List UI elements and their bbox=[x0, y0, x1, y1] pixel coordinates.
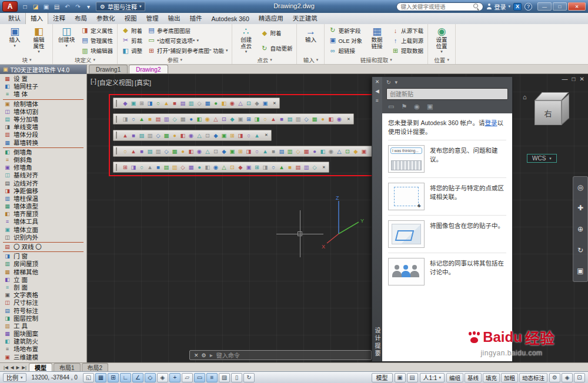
cad-tool-button[interactable]: ◆ bbox=[121, 99, 129, 107]
cad-tool-button[interactable]: ◉ bbox=[327, 147, 335, 156]
cad-tool-button[interactable]: ◉ bbox=[335, 115, 343, 123]
cad-tool-button[interactable]: ◧ bbox=[327, 115, 335, 123]
ribbon-panel-label[interactable]: 块▾ bbox=[3, 56, 51, 64]
palette-properties-icon[interactable]: ≡ bbox=[376, 98, 379, 103]
ribbon-tab[interactable]: 管理 bbox=[142, 12, 163, 24]
cad-tool-button[interactable]: ▲ bbox=[261, 147, 269, 156]
ribbon-button[interactable]: ◧编辑 属性▾ bbox=[28, 25, 49, 56]
ribbon-panel-label[interactable]: 块定义▾ bbox=[55, 56, 115, 64]
document-tab[interactable]: Drawing1 bbox=[89, 65, 128, 73]
object-snap-toggle[interactable]: ◇ bbox=[145, 373, 156, 382]
pin-location-icon[interactable]: ⚑ bbox=[401, 103, 407, 110]
layout-tab[interactable]: 模型 bbox=[29, 363, 52, 371]
search-input[interactable] bbox=[400, 4, 471, 10]
cad-tool-button[interactable]: ● bbox=[179, 147, 187, 156]
cad-tool-button[interactable]: ⊞ bbox=[121, 163, 129, 172]
ribbon-button[interactable]: →输入 bbox=[300, 25, 321, 56]
layout-nav-icon[interactable]: |◀ bbox=[2, 365, 9, 371]
cad-tool-button[interactable]: ▥ bbox=[302, 163, 310, 172]
maximize-button[interactable]: □ bbox=[553, 2, 567, 11]
cad-tool-button[interactable]: ◨ bbox=[245, 147, 253, 156]
toolbar-grip[interactable] bbox=[116, 164, 119, 171]
cad-tool-button[interactable]: ▦ bbox=[179, 115, 187, 123]
cad-tool-button[interactable]: ⊡ bbox=[212, 147, 220, 156]
cad-tool-button[interactable]: ▦ bbox=[187, 163, 195, 172]
cad-tool-button[interactable]: ▣ bbox=[228, 147, 236, 156]
t20-toggle[interactable]: 编组 bbox=[446, 373, 463, 382]
sidebar-item[interactable]: ◨净距偏移 bbox=[0, 187, 86, 195]
lineweight-toggle[interactable]: ≡ bbox=[206, 373, 218, 382]
cad-tool-button[interactable]: ◆ bbox=[352, 147, 360, 156]
doc-close-icon[interactable]: ✕ bbox=[580, 76, 584, 82]
sidebar-item[interactable]: ▣修墙角 bbox=[0, 164, 86, 172]
sidebar-item[interactable]: ≡墙体工具 bbox=[0, 218, 86, 226]
selection-cycling-toggle[interactable]: ↻ bbox=[243, 373, 255, 382]
tag-person-icon[interactable]: ◉ bbox=[414, 103, 420, 110]
cad-tool-button[interactable]: ▣ bbox=[220, 131, 228, 140]
qnew-icon[interactable]: □ bbox=[20, 2, 30, 11]
palette-close-icon[interactable]: ✕ bbox=[375, 79, 379, 85]
cad-tool-button[interactable]: ⊞ bbox=[236, 147, 245, 156]
cad-tool-button[interactable]: ◨ bbox=[261, 163, 269, 172]
layout-nav-icon[interactable]: ▶ bbox=[15, 365, 21, 371]
cad-tool-button[interactable]: ◆ bbox=[220, 147, 228, 156]
cad-tool-button[interactable]: ○ bbox=[261, 115, 269, 123]
ribbon-button[interactable]: ◉设置 位置▾ bbox=[431, 25, 452, 56]
cad-tool-button[interactable]: ■ bbox=[286, 163, 294, 172]
cad-tool-button[interactable]: ◧ bbox=[319, 147, 327, 156]
cad-tool-button[interactable]: ▥ bbox=[294, 115, 302, 123]
layout-nav-icon[interactable]: ▶| bbox=[21, 365, 28, 371]
ribbon-button[interactable]: ◨定义属性 bbox=[80, 25, 114, 35]
ribbon-button[interactable]: ✂剪裁 bbox=[121, 35, 143, 45]
layout-tab[interactable]: 布局2 bbox=[82, 363, 109, 371]
clean-screen-icon[interactable]: ⊡ bbox=[574, 373, 585, 382]
palette-autohide-icon[interactable]: ◀ bbox=[375, 88, 379, 94]
cad-tool-button[interactable]: ▥ bbox=[171, 163, 179, 172]
model-space-button[interactable]: 模型 bbox=[372, 373, 393, 382]
sidebar-item[interactable]: ◨门 窗 bbox=[0, 253, 86, 260]
ribbon-button[interactable]: ▭*边框可变选项*▾ bbox=[146, 35, 229, 45]
cad-tool-button[interactable]: ▲ bbox=[269, 115, 278, 123]
home-icon[interactable]: ⌂ bbox=[523, 93, 527, 100]
ribbon-button[interactable]: ◧调整 bbox=[121, 46, 143, 56]
ortho-mode-toggle[interactable]: ∟ bbox=[120, 373, 131, 382]
cad-tool-button[interactable]: ◨ bbox=[129, 163, 138, 172]
application-menu-button[interactable]: A bbox=[2, 1, 18, 12]
t20-toggle[interactable]: 动态标注 bbox=[519, 373, 547, 382]
toolbar-grip[interactable] bbox=[116, 116, 119, 123]
undo-icon[interactable]: ↶ bbox=[62, 2, 72, 11]
cad-tool-button[interactable]: ▦ bbox=[310, 115, 319, 123]
cad-tool-button[interactable]: ▲ bbox=[253, 131, 261, 140]
workspace-switcher[interactable]: ⚙ 草图与注释 ▾ bbox=[96, 2, 145, 11]
cad-tool-button[interactable]: ▲ bbox=[146, 163, 154, 172]
cad-tool-button[interactable]: ⊞ bbox=[245, 115, 253, 123]
toolbar-close-icon[interactable]: ✕ bbox=[271, 100, 278, 107]
sidebar-item[interactable]: ≡墙 体 bbox=[0, 90, 86, 98]
sidebar-item[interactable]: ≡倒斜角 bbox=[0, 156, 86, 164]
ribbon-tab[interactable]: Autodesk 360 bbox=[207, 14, 254, 24]
cad-tool-button[interactable]: △ bbox=[220, 163, 228, 172]
cad-tool-button[interactable]: ▤ bbox=[146, 147, 154, 156]
annotation-scale-button[interactable]: 人1:1 ▾ bbox=[420, 373, 445, 382]
ribbon-tab[interactable]: 布局 bbox=[70, 12, 92, 24]
sidebar-item[interactable]: ▤符号标注 bbox=[0, 307, 86, 314]
ribbon-panel-label[interactable]: 输入▾ bbox=[299, 56, 322, 64]
toolbar-grip[interactable] bbox=[116, 100, 119, 107]
infer-constraints-toggle[interactable]: ◱ bbox=[83, 373, 94, 382]
cad-tool-button[interactable]: ◨ bbox=[146, 99, 154, 107]
toolbar-close-icon[interactable]: ✕ bbox=[320, 164, 328, 171]
cad-tool-button[interactable]: ▦ bbox=[302, 147, 310, 156]
cad-tool-button[interactable]: ▥ bbox=[286, 147, 294, 156]
cad-tool-button[interactable]: ■ bbox=[154, 163, 162, 172]
cad-tool-button[interactable]: ◧ bbox=[195, 115, 203, 123]
ribbon-button[interactable]: ▤参考底图图层 bbox=[146, 25, 229, 35]
cad-tool-button[interactable]: ◧ bbox=[203, 163, 212, 172]
showmotion-icon[interactable]: ▣ bbox=[577, 267, 583, 275]
ribbon-panel-label[interactable]: 点云▾ bbox=[234, 56, 295, 64]
sidebar-item[interactable]: ▤等分加墙 bbox=[0, 116, 86, 123]
viewcube[interactable]: ⌂ 右 bbox=[525, 91, 576, 137]
cad-tool-button[interactable]: ● bbox=[212, 99, 220, 107]
cad-tool-button[interactable]: ● bbox=[195, 163, 203, 172]
cad-tool-button[interactable]: ◨ bbox=[253, 115, 261, 123]
cad-tool-button[interactable]: △ bbox=[203, 147, 212, 156]
